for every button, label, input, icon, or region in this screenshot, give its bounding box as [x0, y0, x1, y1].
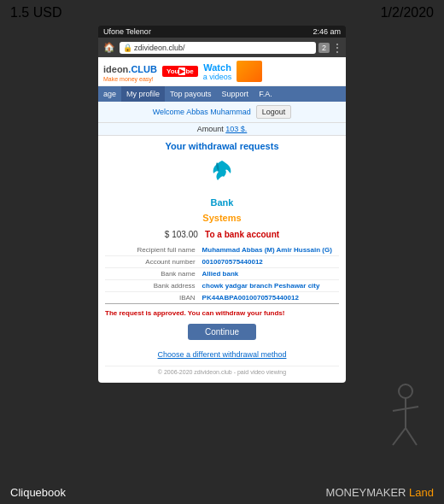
top-bar: 1.5 USD 1/2/2020: [0, 0, 444, 26]
amount-val: $ 103.00: [165, 230, 198, 239]
site-header: ideon.CLUB Make money easy! You▶be Watch…: [98, 57, 346, 86]
nav-item-age[interactable]: age: [98, 86, 121, 102]
nav-item-faq[interactable]: F.A.: [254, 86, 278, 102]
diff-method: Choose a different withdrawal method: [105, 345, 339, 360]
nav-item-profile[interactable]: My profile: [121, 86, 165, 102]
watch-label: Watch: [203, 62, 231, 73]
diff-method-link[interactable]: Choose a different withdrawal method: [158, 350, 287, 359]
iban-value: PK44ABPA0010070575440012: [199, 292, 339, 304]
watch-area: Watch a videos: [203, 62, 232, 81]
top-bar-amount: 1.5 USD: [10, 5, 61, 21]
logo-tagline: Make money easy!: [103, 76, 157, 82]
address-value: chowk yadgar branch Peshawar city: [199, 280, 339, 292]
bank-logo-area: Bank Systems: [105, 156, 339, 225]
iban-label: IBAN: [105, 292, 199, 304]
site-content: ideon.CLUB Make money easy! You▶be Watch…: [98, 57, 346, 383]
money-maker-text: MONEYMAKER: [326, 486, 410, 499]
land-text: Land: [409, 486, 434, 499]
svg-line-3: [393, 428, 406, 445]
bottom-bar: Cliquebook MONEYMAKER Land: [0, 481, 444, 504]
svg-line-4: [406, 428, 417, 445]
site-footer: © 2006-2020 zdivideon.club - paid video …: [105, 366, 339, 378]
amount-bar: Amount 103 $.: [98, 123, 346, 136]
logo-text: ideon.CLUB: [103, 64, 157, 74]
browser-bar: 🏠 🔒 zdivideon.club/ 2 ⋮: [98, 38, 346, 57]
address-label: Bank address: [105, 280, 199, 292]
svg-point-0: [399, 384, 412, 398]
carrier-text: Ufone Telenor: [103, 27, 151, 36]
approval-message: The request is approved. You can withdra…: [105, 309, 339, 318]
bank-name-label: Bank name: [105, 268, 199, 280]
browser-url-text: zdivideon.club/: [134, 44, 185, 52]
bank-label: Bank Systems: [105, 194, 339, 225]
details-table: Recipient full name Muhammad Abbas (M) A…: [105, 244, 339, 304]
phone-frame: Ufone Telenor 2:46 am 🏠 🔒 zdivideon.club…: [98, 26, 346, 383]
continue-btn-wrap: Continue: [105, 323, 339, 340]
welcome-text: Welcome Abbas Muhammad: [153, 108, 251, 116]
status-bar: Ufone Telenor 2:46 am: [98, 26, 346, 38]
account-value: 0010070575440012: [199, 256, 339, 268]
table-row: Account number 0010070575440012: [105, 256, 339, 268]
bank-name-value: Allied bank: [199, 268, 339, 280]
table-row: Recipient full name Muhammad Abbas (M) A…: [105, 244, 339, 256]
amount-value[interactable]: 103 $.: [225, 125, 247, 133]
browser-url-bar[interactable]: 🔒 zdivideon.club/: [120, 42, 316, 54]
top-bar-date: 1/2/2020: [381, 5, 434, 21]
header-decoration: [237, 61, 262, 82]
bank-text: Bank: [211, 197, 234, 208]
amount-info: $ 103.00 To a bank account: [105, 230, 339, 239]
logout-button[interactable]: Logout: [256, 105, 292, 119]
to-bank-label: To a bank account: [205, 230, 279, 239]
nav-item-support[interactable]: Support: [217, 86, 254, 102]
amount-label: Amount: [197, 125, 224, 133]
bottom-right-text: MONEYMAKER Land: [326, 486, 434, 499]
watermark-figure: [384, 381, 427, 453]
bank-bird-icon: [205, 156, 239, 190]
table-row: IBAN PK44ABPA0010070575440012: [105, 292, 339, 304]
withdrawal-title: Your withdrawal requests: [105, 141, 339, 151]
bottom-left-text: Cliquebook: [10, 486, 66, 499]
site-logo: ideon.CLUB Make money easy!: [103, 61, 157, 82]
table-row: Bank address chowk yadgar branch Peshawa…: [105, 280, 339, 292]
browser-menu-btn[interactable]: ⋮: [332, 42, 342, 54]
videos-label: a videos: [203, 73, 232, 81]
recipient-label: Recipient full name: [105, 244, 199, 256]
account-label: Account number: [105, 256, 199, 268]
status-icons: 2:46 am: [313, 27, 341, 36]
main-content: Your withdrawal requests Bank Systems $ …: [98, 136, 346, 383]
nav-item-payouts[interactable]: Top payouts: [165, 86, 217, 102]
systems-text: Systems: [202, 213, 241, 223]
youtube-btn[interactable]: You▶be: [162, 66, 198, 77]
time-text: 2:46 am: [313, 27, 341, 36]
browser-home-btn[interactable]: 🏠: [102, 40, 117, 55]
table-row: Bank name Allied bank: [105, 268, 339, 280]
nav-bar: age My profile Top payouts Support F.A.: [98, 86, 346, 102]
welcome-bar: Welcome Abbas Muhammad Logout: [98, 102, 346, 123]
ssl-lock-icon: 🔒: [123, 44, 132, 52]
continue-button[interactable]: Continue: [188, 324, 256, 340]
browser-tabs-btn[interactable]: 2: [318, 43, 330, 53]
recipient-value: Muhammad Abbas (M) Amir Hussain (G): [199, 244, 339, 256]
